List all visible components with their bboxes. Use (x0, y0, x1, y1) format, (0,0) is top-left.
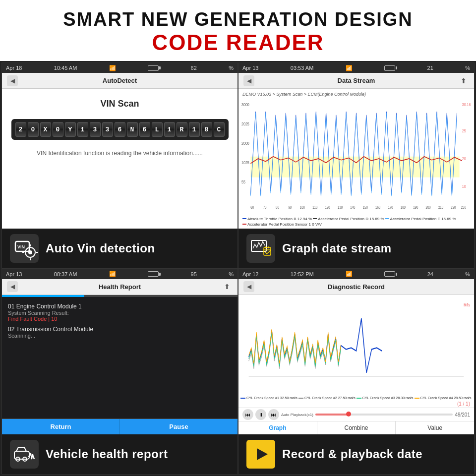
vin-status-date: Apr 18 (6, 65, 22, 71)
vin-feature-label: Auto Vin detection (46, 241, 155, 255)
vin-digit: 3 (102, 122, 113, 137)
diag-playback-bar[interactable] (315, 414, 453, 416)
diag-status-date: Apr 12 (242, 271, 258, 277)
diag-battery-pct: 24 (427, 271, 433, 277)
vin-battery-pct: 62 (191, 65, 197, 71)
health-status-icons: 📶 (109, 271, 116, 277)
stream-icon (246, 234, 275, 263)
svg-text:170: 170 (388, 205, 393, 210)
diag-feature-label: Record & playback date (282, 447, 422, 461)
stream-chart: 3000 2025 2000 1025 55 30.16 25 20 10 (240, 98, 472, 216)
diag-playback-label: Auto Playback(x1) (281, 413, 313, 417)
vin-digit: 8 (201, 122, 212, 137)
diag-graph-button[interactable]: Graph (238, 421, 317, 434)
stream-back-button[interactable]: ◀ (243, 75, 254, 86)
diag-rewind-button[interactable]: ⏮ (242, 409, 253, 420)
stream-status-time: 03:53 AM (291, 65, 313, 71)
diag-combine-button[interactable]: Combine (317, 421, 396, 434)
vin-icon: VIN (10, 234, 39, 263)
vin-digit: Y (65, 122, 76, 137)
diag-panel: Apr 12 12:52 PM 📶 24% ◀ Diagnostic Recor… (238, 269, 475, 475)
stream-status-bar: Apr 13 03:53 AM 📶 21% (238, 63, 474, 73)
stream-export-button[interactable]: ⬆ (458, 75, 469, 86)
diag-pause-button[interactable]: ⏸ (255, 409, 266, 420)
vin-digit: 1 (77, 122, 88, 137)
vin-panel: Apr 18 10:45 AM 📶 62% ◀ AutoDetect VIN S… (1, 62, 238, 269)
stream-battery-icon (384, 65, 395, 71)
diag-legend: CYL Crank Speed #1 32.50 rad/s CYL Crank… (238, 396, 474, 400)
diag-value-button[interactable]: Value (396, 421, 474, 434)
svg-text:20: 20 (462, 156, 466, 161)
health-pause-button[interactable]: Pause (120, 419, 238, 434)
svg-text:80: 80 (276, 205, 279, 210)
health-progress (2, 295, 238, 297)
diag-status-bar: Apr 12 12:52 PM 📶 24% (238, 269, 474, 279)
health-icon (10, 440, 39, 469)
stream-battery-pct: 21 (427, 65, 433, 71)
diag-nav-right (458, 281, 469, 292)
health-item-2: 02 Transmission Control Module Scanning.… (8, 326, 232, 339)
health-feature-label: Vehicle health report (46, 447, 168, 461)
health-feature-bar: Vehicle health report (2, 434, 238, 474)
vin-scan-title: VIN Scan (100, 99, 139, 109)
svg-text:VIN: VIN (17, 244, 25, 249)
health-return-button[interactable]: Return (2, 419, 120, 434)
health-status-bar: Apr 13 08:37 AM 📶 95% (2, 269, 238, 279)
vin-feature-bar: VIN Auto Vin detection (2, 229, 238, 268)
vin-screen: VIN Scan 20X0Y1336N6L1R18C VIN Identific… (2, 89, 238, 229)
stream-nav-title: Data Stream (254, 77, 458, 84)
vin-back-button[interactable]: ◀ (7, 75, 18, 86)
health-back-button[interactable]: ◀ (7, 281, 18, 292)
diag-legend-1: CYL Crank Speed #1 32.50 rad/s (240, 396, 298, 400)
stream-status-icons: 📶 (346, 65, 353, 71)
svg-text:Mil's: Mil's (464, 302, 470, 308)
diag-playback: ⏮ ⏸ ⏭ Auto Playback(x1) 49/201 (238, 408, 474, 421)
health-export-button[interactable]: ⬆ (222, 281, 233, 292)
svg-text:220: 220 (451, 205, 456, 210)
diag-legend-4: CYL Crank Speed #4 28.50 rad/s (415, 396, 472, 400)
svg-text:70: 70 (263, 205, 267, 210)
vin-digit: 0 (53, 122, 63, 137)
vin-nav-right (222, 75, 233, 86)
svg-text:100: 100 (300, 205, 305, 210)
health-battery-pct: 95 (191, 271, 197, 277)
diag-nav-title: Diagnostic Record (254, 283, 458, 291)
header-line2: CODE READER (5, 30, 471, 55)
diag-playback-count: 49/201 (455, 412, 470, 417)
svg-text:120: 120 (325, 205, 330, 210)
diag-playback-thumb (346, 412, 351, 416)
vin-description: VIN Identification function is reading t… (37, 150, 203, 157)
svg-text:110: 110 (312, 205, 317, 210)
diag-legend-3: CYL Crank Speed #3 28.30 rad/s (357, 396, 414, 400)
health-battery-icon (148, 271, 159, 277)
vin-digit: 1 (189, 122, 200, 137)
svg-text:90: 90 (288, 205, 292, 210)
legend-item-1: Absolute Throttle Position B 12.94 % (242, 217, 312, 221)
svg-text:190: 190 (413, 205, 418, 210)
vin-digit: 3 (90, 122, 101, 137)
diag-status-icons: 📶 (346, 271, 353, 277)
diag-fast-forward-button[interactable]: ⏭ (268, 409, 279, 420)
health-panel: Apr 13 08:37 AM 📶 95% ◀ Health Report ⬆ … (1, 269, 238, 475)
vin-status-icons: 📶 (109, 65, 116, 71)
svg-text:210: 210 (438, 205, 443, 210)
stream-panel: Apr 13 03:53 AM 📶 21% ◀ Data Stream ⬆ DE… (238, 62, 475, 269)
svg-text:130: 130 (338, 205, 343, 210)
health-item-2-sub: Scanning... (8, 333, 232, 339)
health-progress-fill (2, 295, 84, 297)
diag-back-button[interactable]: ◀ (243, 281, 254, 292)
vin-digit: N (127, 122, 138, 137)
diag-status-time: 12:52 PM (291, 271, 314, 277)
diag-legend-2: CYL Crank Speed #2 27.50 rad/s (298, 396, 356, 400)
legend-item-2: Accelerator Pedal Position D 15.69 % (313, 217, 384, 221)
svg-text:160: 160 (375, 205, 380, 210)
health-item-1-sub: System Scanning Result: (8, 310, 232, 316)
stream-screen: DEMO V15.03 > System Scan > ECM(Engine C… (238, 89, 474, 229)
stream-legend: Absolute Throttle Position B 12.94 % Acc… (240, 216, 472, 228)
diag-battery-icon (384, 271, 395, 277)
vin-ticker: 20X0Y1336N6L1R18C (11, 119, 229, 140)
vin-digit: 1 (164, 122, 175, 137)
svg-text:2025: 2025 (241, 121, 249, 126)
stream-nav-bar: ◀ Data Stream ⬆ (238, 73, 474, 89)
svg-text:60: 60 (250, 205, 254, 210)
